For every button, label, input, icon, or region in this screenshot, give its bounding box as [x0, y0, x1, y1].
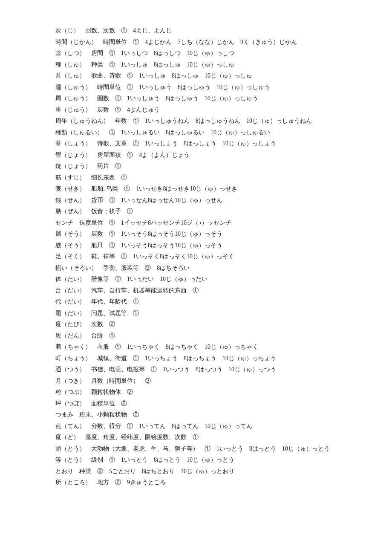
line-item: とおり 种类 ② 5ごとおり 8はちとおり 10じ（ゅ）っとおり [55, 466, 341, 477]
line-item: 町（ちょう） 城镇、街道 ① 1いっちょう 8はっちょう 10じ（ゅ）っちょう [55, 353, 341, 364]
line-item: 所（ところ） 地方 ② 9きゅうところ [55, 477, 341, 488]
line-item: 代（だい） 年代、年龄代 ① [55, 297, 341, 307]
line-item: 頭（とう） 大动物（大象、老虎、牛、马、狮子等） ① 1いっとう 8はっとう 1… [55, 444, 341, 454]
line-item: 足（そく） 鞋、袜等 ① 1いっそく8はっそく10じ（ゅ）っそく [55, 251, 341, 262]
line-item: 種（しゅ） 种类 ① 1いっしゅ 8はっしゅ 10じ（ゅ）っしゅ [55, 60, 341, 70]
line-item: 畳（じょう） 房屋面積 ① 4よ（よん）じょう [55, 150, 341, 161]
line-item: 通（つう） 书信、电话、电报等 ① 1いっつう 8はっつう 10じ（ゅ）っつう [55, 364, 341, 375]
line-item: 時間（じかん） 時間単位 ① 4よじかん 7しち（なな）じかん 9く（きゅう）じ… [55, 37, 341, 48]
line-item: 膳（ぜん） 饭食；筷子 ① [55, 206, 341, 217]
line-item: 室（しつ） 房間 ① 1いっしつ 8はっしつ 10じ（ゅ）っしつ [55, 48, 341, 59]
line-item: 周年（しゅうねん） 年数 ① 1いっしゅうねん 8はっしゅうねん 10じ（ゅ）っ… [55, 116, 341, 127]
line-item: 層（そう） 层数 ① 1いっそう8はっそう10じ（ゅ）っそう [55, 229, 341, 240]
line-item: 艘（そう） 船只 ① 1いっそう8はっそう10じ（ゅ）っそう [55, 240, 341, 251]
line-item: 章（しょう） 诗歌、文章 ① 1いっしょう 8はっしょう 10じ（ゅ）っしょう [55, 139, 341, 149]
line-item: 揃い（そろい） 手套、服装等 ② 8はちそろい [55, 263, 341, 274]
line-item: センチ 長度単位 ① 1イッセチ8ハッセンチ10ジ（ｭ）ッセンチ [55, 218, 341, 228]
line-item: 隻（せき） 船舶; 鸟类 ① 1いっせき8はっせき10じ（ゅ）っせき [55, 184, 341, 194]
line-item: 段（だん） 台阶 ① [55, 331, 341, 341]
line-item: 次（じ） 回数、次数 ① 4よじ、よんじ [55, 26, 341, 36]
line-item: 体（たい） 雕像等 ① 1いったい 10じ（ゅ）ったい [55, 274, 341, 285]
line-item: 錠（じょう） 药片 ① [55, 161, 341, 172]
line-item: 週（しゅう） 時間単位 ① 1いっしゅう 8はっしゅう 10じ（ゅ）っしゅう [55, 82, 341, 93]
line-item: 周（しゅう） 圈数 ① 1いっしゅう 8はっしゅう 10じ（ゅ）っしゅう [55, 93, 341, 104]
line-item: 首（しゅ） 歌曲、诗歌 ① 1いっしゅ 8はっしゅ 10じ（ゅ）っしゅ [55, 71, 341, 81]
line-item: 月（つき） 月数（時間単位） ② [55, 376, 341, 387]
line-item: 点（てん） 分数、得分 ① 1いってん 8はってん 10じ（ゅ）ってん [55, 421, 341, 432]
line-item: 着（ちゃく） 衣服 ① 1いっちゃく 8はっちゃく 10じ（ゅ）っちゃく [55, 342, 341, 353]
line-item: 度（たび） 次数 ② [55, 319, 341, 330]
line-item: 銭（せん） 货币 ① 1いっせん8はっせん10じ（ゅ）っせん [55, 195, 341, 206]
line-item: 台（だい） 汽车、自行车、机器等能运转的东西 ① [55, 286, 341, 296]
line-item: 種類（しゅるい） ① 1いっしゅるい 8はっしゅるい 10じ（ゅ）っしゅるい [55, 127, 341, 138]
line-item: 等（とう） 级别 ① 1いっとう 8はっとう 10じ（ゅ）っとう [55, 455, 341, 465]
line-item: 重（じゅう） 层数 ① 4よんじゅう [55, 105, 341, 116]
line-item: 粒（つぶ） 颗粒状物体 ② [55, 387, 341, 398]
line-item: 題（だい） 问题、试题等 ① [55, 308, 341, 319]
main-content: 次（じ） 回数、次数 ① 4よじ、よんじ時間（じかん） 時間単位 ① 4よじかん… [55, 26, 341, 488]
line-item: 筋（すじ） 细长东西 ① [55, 173, 341, 183]
line-item: つまみ 粉末、小颗粒状物 ② [55, 410, 341, 420]
line-item: 度（ど） 温度、角度、经纬度、眼镜度数、次数 ① [55, 432, 341, 443]
line-item: 坪（つぼ） 面積単位 ② [55, 399, 341, 409]
